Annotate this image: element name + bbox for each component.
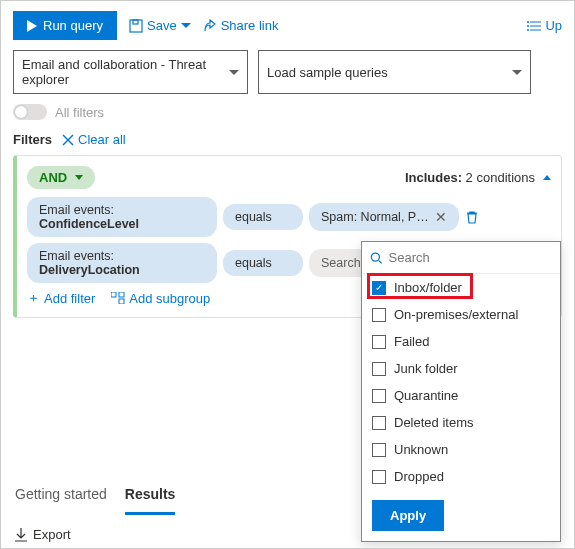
subgroup-icon: [111, 292, 125, 304]
checkbox-icon: [372, 335, 386, 349]
dropdown-search-input[interactable]: [389, 250, 552, 265]
operator-pill[interactable]: equals: [223, 250, 303, 276]
svg-marker-0: [27, 20, 37, 32]
option-dropped[interactable]: Dropped: [362, 463, 560, 490]
svg-rect-2: [133, 20, 138, 24]
value-pill[interactable]: Spam: Normal, Phish: High ✕: [309, 203, 459, 231]
includes-label: Includes: 2 conditions: [405, 170, 535, 185]
checkbox-icon: [372, 389, 386, 403]
checkbox-icon: [372, 470, 386, 484]
clear-value-icon[interactable]: ✕: [435, 209, 447, 225]
dropdown-search[interactable]: [362, 242, 560, 274]
svg-point-7: [527, 25, 529, 27]
delete-row-icon[interactable]: [465, 210, 479, 224]
all-filters-label: All filters: [55, 105, 104, 120]
option-unknown[interactable]: Unknown: [362, 436, 560, 463]
chevron-down-icon: [181, 23, 191, 28]
filters-heading: Filters: [13, 132, 52, 147]
run-label: Run query: [43, 18, 103, 33]
option-on-premises-external[interactable]: On-premises/external: [362, 301, 560, 328]
scope-dropdown[interactable]: Email and collaboration - Threat explore…: [13, 50, 248, 94]
play-icon: [27, 20, 37, 32]
svg-point-8: [527, 29, 529, 31]
add-filter-button[interactable]: ＋ Add filter: [27, 289, 95, 307]
sample-queries-dropdown[interactable]: Load sample queries: [258, 50, 531, 94]
run-query-button[interactable]: Run query: [13, 11, 117, 40]
download-icon: [15, 528, 27, 542]
operator-pill[interactable]: equals: [223, 204, 303, 230]
option-deleted-items[interactable]: Deleted items: [362, 409, 560, 436]
up-button[interactable]: Up: [527, 18, 562, 33]
checkbox-icon: [372, 443, 386, 457]
chevron-up-icon[interactable]: [543, 175, 551, 180]
save-icon: [129, 19, 143, 33]
clear-all-button[interactable]: Clear all: [62, 132, 126, 147]
svg-line-15: [379, 260, 382, 263]
add-subgroup-button[interactable]: Add subgroup: [111, 291, 210, 306]
option-junk-folder[interactable]: Junk folder: [362, 355, 560, 382]
svg-point-14: [371, 253, 379, 261]
option-quarantine[interactable]: Quarantine: [362, 382, 560, 409]
option-failed[interactable]: Failed: [362, 328, 560, 355]
chevron-down-icon: [75, 175, 83, 180]
plus-icon: ＋: [27, 289, 40, 307]
condition-row: Email events: ConfidenceLevel equals Spa…: [27, 197, 551, 237]
field-pill[interactable]: Email events: DeliveryLocation: [27, 243, 217, 283]
close-icon: [62, 134, 74, 146]
checkbox-icon: [372, 362, 386, 376]
all-filters-toggle[interactable]: [13, 104, 47, 120]
search-icon: [370, 251, 383, 265]
apply-button[interactable]: Apply: [372, 500, 444, 531]
share-icon: [203, 19, 217, 33]
checkbox-icon: [372, 416, 386, 430]
chevron-down-icon: [229, 70, 239, 75]
svg-point-6: [527, 21, 529, 23]
checkbox-icon: ✓: [372, 281, 386, 295]
value-dropdown-panel: ✓Inbox/folder On-premises/external Faile…: [361, 241, 561, 542]
logic-operator-pill[interactable]: AND: [27, 166, 95, 189]
svg-rect-13: [119, 299, 124, 304]
save-button[interactable]: Save: [129, 18, 191, 33]
share-link-button[interactable]: Share link: [203, 18, 279, 33]
svg-rect-11: [111, 292, 116, 297]
list-icon: [527, 20, 541, 32]
field-pill[interactable]: Email events: ConfidenceLevel: [27, 197, 217, 237]
svg-rect-12: [119, 292, 124, 297]
tab-results[interactable]: Results: [125, 476, 176, 515]
option-inbox-folder[interactable]: ✓Inbox/folder: [362, 274, 560, 301]
tab-getting-started[interactable]: Getting started: [15, 476, 107, 515]
chevron-down-icon: [512, 70, 522, 75]
svg-rect-1: [130, 20, 142, 32]
checkbox-icon: [372, 308, 386, 322]
